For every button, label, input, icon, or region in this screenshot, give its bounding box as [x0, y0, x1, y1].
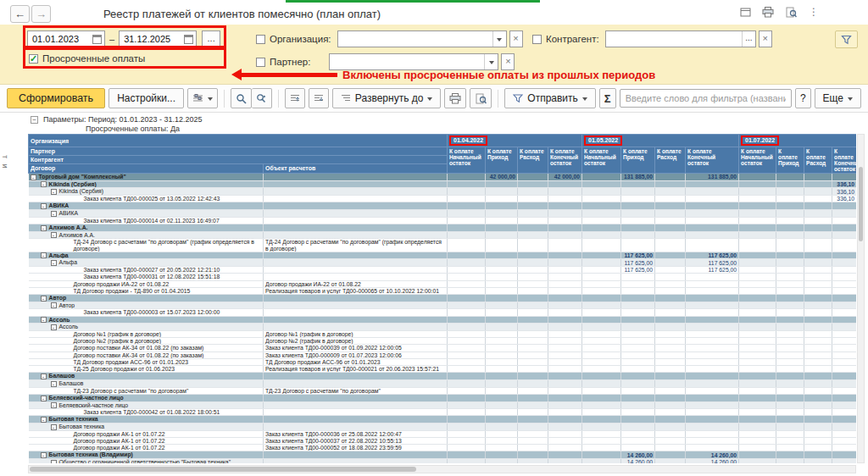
- settlement-object-cell[interactable]: [264, 217, 448, 224]
- date-to-field[interactable]: 31.12.2025: [119, 30, 197, 47]
- value-cell[interactable]: [621, 330, 655, 337]
- calendar-icon[interactable]: [92, 35, 102, 44]
- value-cell[interactable]: [686, 210, 739, 218]
- value-cell[interactable]: [486, 180, 518, 188]
- value-cell[interactable]: [776, 280, 804, 287]
- value-cell[interactable]: [655, 445, 686, 451]
- value-cell[interactable]: [448, 445, 486, 451]
- partner-clear-button[interactable]: ×: [501, 53, 515, 70]
- value-cell[interactable]: [582, 401, 621, 409]
- value-cell[interactable]: [776, 267, 804, 274]
- value-cell[interactable]: [518, 239, 548, 252]
- value-cell[interactable]: [804, 365, 832, 372]
- value-cell[interactable]: 14 260,00: [686, 451, 739, 459]
- value-cell[interactable]: [832, 302, 856, 309]
- value-cell[interactable]: [518, 231, 548, 239]
- value-cell[interactable]: [548, 267, 582, 274]
- value-cell[interactable]: [486, 294, 518, 302]
- value-cell[interactable]: [655, 365, 686, 372]
- settlement-object-cell[interactable]: [264, 224, 448, 231]
- value-cell[interactable]: 117 625,00: [621, 259, 655, 267]
- value-cell[interactable]: [739, 280, 776, 287]
- horizontal-scrollbar-thumb[interactable]: [30, 467, 416, 472]
- value-cell[interactable]: [518, 379, 548, 387]
- settlement-object-cell[interactable]: ТД-24 Договор с расчетами "по договорам"…: [264, 239, 448, 252]
- value-cell[interactable]: [448, 401, 486, 409]
- row-label-cell[interactable]: Заказ клиента ТД00-000031 от 12.08.2022 …: [29, 274, 264, 280]
- value-cell[interactable]: [776, 294, 804, 302]
- chevron-down-icon[interactable]: [484, 54, 498, 69]
- value-cell[interactable]: [804, 373, 832, 380]
- value-cell[interactable]: [804, 401, 832, 409]
- value-cell[interactable]: [582, 174, 621, 181]
- value-cell[interactable]: [518, 302, 548, 309]
- value-cell[interactable]: [686, 338, 739, 345]
- value-cell[interactable]: [548, 373, 582, 380]
- value-cell[interactable]: [486, 274, 518, 280]
- value-cell[interactable]: 336,10: [832, 196, 856, 202]
- value-cell[interactable]: [486, 302, 518, 309]
- tree-toggle-icon[interactable]: -: [51, 302, 57, 308]
- value-cell[interactable]: [804, 416, 832, 423]
- value-cell[interactable]: [776, 188, 804, 196]
- collapsed-panel-label[interactable]: т и: [1, 155, 9, 170]
- value-cell[interactable]: [739, 302, 776, 309]
- value-cell[interactable]: [832, 202, 856, 210]
- value-cell[interactable]: [486, 430, 518, 437]
- value-cell[interactable]: [686, 438, 739, 445]
- row-label-cell[interactable]: -Балашов: [29, 373, 264, 380]
- settlement-object-cell[interactable]: [264, 174, 448, 181]
- value-cell[interactable]: [518, 358, 548, 365]
- value-cell[interactable]: [448, 351, 486, 358]
- value-cell[interactable]: [621, 358, 655, 365]
- value-cell[interactable]: [655, 196, 686, 202]
- value-cell[interactable]: [448, 345, 486, 351]
- value-cell[interactable]: [686, 280, 739, 287]
- value-cell[interactable]: [518, 324, 548, 331]
- value-cell[interactable]: [486, 445, 518, 451]
- value-cell[interactable]: [832, 379, 856, 387]
- value-cell[interactable]: [686, 188, 739, 196]
- value-cell[interactable]: [776, 252, 804, 259]
- value-cell[interactable]: [621, 294, 655, 302]
- value-cell[interactable]: [686, 387, 739, 394]
- value-cell[interactable]: [621, 280, 655, 287]
- value-cell[interactable]: [486, 239, 518, 252]
- value-cell[interactable]: [548, 196, 582, 202]
- value-cell[interactable]: [518, 196, 548, 202]
- print-button[interactable]: [444, 88, 466, 108]
- row-label-cell[interactable]: -Kikinda (Сербия): [29, 188, 264, 196]
- value-cell[interactable]: [804, 451, 832, 459]
- value-cell[interactable]: [686, 302, 739, 309]
- value-cell[interactable]: [621, 231, 655, 239]
- value-cell[interactable]: [804, 188, 832, 196]
- value-cell[interactable]: [686, 231, 739, 239]
- value-cell[interactable]: [776, 345, 804, 351]
- value-cell[interactable]: [448, 252, 486, 259]
- row-label-cell[interactable]: Заказ клиента ТД00-000003 от 15.07.2023 …: [29, 309, 264, 316]
- value-cell[interactable]: [739, 174, 776, 181]
- value-cell[interactable]: [832, 231, 856, 239]
- value-cell[interactable]: [739, 252, 776, 259]
- value-cell[interactable]: [548, 324, 582, 331]
- value-cell[interactable]: [655, 224, 686, 231]
- settlement-object-cell[interactable]: [264, 210, 448, 218]
- value-cell[interactable]: [548, 423, 582, 431]
- value-cell[interactable]: [686, 351, 739, 358]
- value-cell[interactable]: [621, 316, 655, 324]
- vertical-scrollbar-thumb[interactable]: [859, 167, 863, 241]
- value-cell[interactable]: [448, 267, 486, 274]
- organization-clear-button[interactable]: ×: [509, 30, 523, 47]
- tree-toggle-icon[interactable]: -: [41, 181, 47, 187]
- value-cell[interactable]: [686, 239, 739, 252]
- row-label-cell[interactable]: Договор №2 (график в договоре): [29, 338, 264, 345]
- value-cell[interactable]: [582, 387, 621, 394]
- value-cell[interactable]: [518, 459, 548, 463]
- value-cell[interactable]: [739, 202, 776, 210]
- settlement-object-cell[interactable]: Договор №1 (график в договоре): [264, 330, 448, 337]
- settlement-object-cell[interactable]: Заказ клиента ТД00-000009 от 01.07.2023 …: [264, 351, 448, 358]
- value-cell[interactable]: [739, 294, 776, 302]
- tree-toggle-icon[interactable]: -: [51, 260, 57, 266]
- partner-combo[interactable]: [329, 53, 498, 70]
- value-cell[interactable]: [804, 239, 832, 252]
